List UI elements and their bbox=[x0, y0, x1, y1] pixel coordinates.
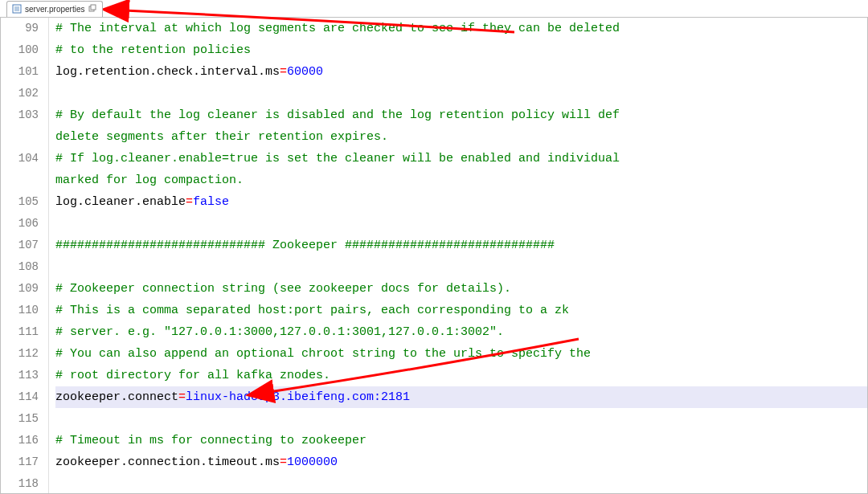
code-line[interactable]: # to the retention policies bbox=[55, 39, 867, 61]
restore-icon[interactable] bbox=[88, 4, 97, 14]
code-line[interactable]: # The interval at which log segments are… bbox=[55, 18, 867, 39]
svg-rect-5 bbox=[91, 5, 96, 10]
code-line[interactable]: # Zookeeper connection string (see zooke… bbox=[55, 278, 867, 300]
code-line[interactable]: delete segments after their retention ex… bbox=[55, 126, 867, 148]
code-line[interactable]: ############################# Zookeeper … bbox=[55, 235, 867, 256]
code-line[interactable]: # If log.cleaner.enable=true is set the … bbox=[55, 148, 867, 169]
code-line[interactable] bbox=[55, 213, 867, 235]
code-line[interactable]: zookeeper.connect=linux-hadoop3.ibeifeng… bbox=[55, 386, 867, 408]
code-content[interactable]: # The interval at which log segments are… bbox=[49, 18, 867, 493]
code-line[interactable]: # root directory for all kafka znodes. bbox=[55, 365, 867, 386]
code-line[interactable]: zookeeper.connection.timeout.ms=1000000 bbox=[55, 451, 867, 473]
code-line[interactable]: log.cleaner.enable=false bbox=[55, 191, 867, 213]
code-line[interactable]: # By default the log cleaner is disabled… bbox=[55, 104, 867, 126]
editor-area[interactable]: 9910010110210310410510610710810911011111… bbox=[0, 18, 868, 494]
file-icon bbox=[12, 4, 22, 14]
code-line[interactable]: # This is a comma separated host:port pa… bbox=[55, 300, 867, 321]
code-line[interactable] bbox=[55, 473, 867, 493]
line-gutter: 9910010110210310410510610710810911011111… bbox=[1, 18, 49, 493]
code-line[interactable] bbox=[55, 83, 867, 104]
tab-filename: server.properties bbox=[25, 5, 84, 14]
file-tab[interactable]: server.properties bbox=[6, 1, 103, 17]
code-line[interactable] bbox=[55, 256, 867, 278]
code-line[interactable]: # You can also append an optional chroot… bbox=[55, 343, 867, 365]
code-line[interactable]: log.retention.check.interval.ms=60000 bbox=[55, 61, 867, 83]
tab-bar: server.properties bbox=[0, 0, 868, 18]
code-line[interactable]: marked for log compaction. bbox=[55, 169, 867, 191]
code-line[interactable]: # server. e.g. "127.0.0.1:3000,127.0.0.1… bbox=[55, 321, 867, 343]
code-line[interactable] bbox=[55, 408, 867, 430]
code-line[interactable]: # Timeout in ms for connecting to zookee… bbox=[55, 430, 867, 451]
